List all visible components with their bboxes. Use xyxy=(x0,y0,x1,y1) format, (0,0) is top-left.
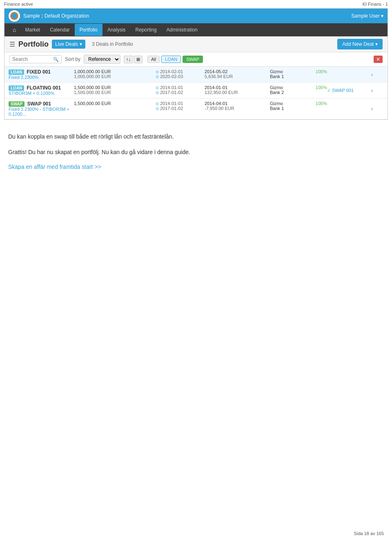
deal-amount-1: 1,500,000.00 EUR xyxy=(74,101,156,106)
portfolio-title: Portfolio xyxy=(18,40,49,49)
portfolio-icon: ☰ xyxy=(9,40,15,48)
deal-date-2: ⊙ 2017-01-02 xyxy=(156,90,205,95)
deal-rate: Fixed 2.2300% - STIBOR3M + 0.1200... xyxy=(9,107,74,117)
deal-dates: ⊙ 2014-02-01 ⊙ 2020-02-03 xyxy=(156,69,205,80)
maturity-date: 2014-01-01 xyxy=(205,85,270,90)
logo-inner xyxy=(10,12,18,20)
deal-percentage: 100% xyxy=(303,69,327,80)
deal-maturity: 2014-04-01 -7,950.00 EUR xyxy=(205,101,270,117)
home-nav-icon[interactable]: ⌂ xyxy=(9,23,20,36)
sort-label: Sort by xyxy=(65,56,80,62)
deal-amounts: 1,500,000.00 EUR xyxy=(74,101,156,117)
add-new-deal-button[interactable]: Add New Deal xyxy=(337,39,383,49)
app-wrapper: Sample | Default Organization Sample Use… xyxy=(4,8,388,120)
sort-asc-button[interactable]: ↑↓ xyxy=(124,56,133,63)
deal-type-tag: SWAP xyxy=(9,101,24,107)
deal-amount-1: 1,000,000.00 EUR xyxy=(74,69,156,74)
counterparty-2: Bank 1 xyxy=(270,74,303,79)
nav-item-market[interactable]: Market xyxy=(20,24,45,36)
live-deals-label: Live Deals xyxy=(55,41,78,47)
deal-type-tag: LOAN xyxy=(9,85,24,91)
deal-counterparty: Gizmo Bank 1 xyxy=(270,69,303,80)
deal-amount-1: 1,500,000.00 EUR xyxy=(74,85,156,90)
close-filter-button[interactable]: ✕ xyxy=(374,56,383,63)
counterparty-1: Gizmo xyxy=(270,101,303,106)
filter-loan-button[interactable]: LOAN xyxy=(161,56,181,63)
page-header-right: KI Finans - 1 xyxy=(363,2,388,7)
deal-dates: ⊙ 2014-01-01 ⊙ 2017-01-02 xyxy=(156,85,205,96)
maturity-date: 2014-05-02 xyxy=(205,69,270,74)
deal-row-inner: LOAN FIXED 001 Fixed 2.2300% 1,000,000.0… xyxy=(4,67,388,82)
portfolio-header: ☰ Portfolio Live Deals ▾ 3 Deals in Port… xyxy=(4,36,388,52)
content-area: Du kan koppla en swap till både ett rörl… xyxy=(0,120,392,182)
dropdown-arrow-icon: ▾ xyxy=(80,41,82,47)
nav-bar: ⌂ Market Calendar Portfolio Analysis Rep… xyxy=(4,23,388,36)
deal-swap-link xyxy=(327,69,368,80)
app-logo xyxy=(9,10,20,22)
table-row[interactable]: LOAN FIXED 001 Fixed 2.2300% 1,000,000.0… xyxy=(4,67,388,83)
deal-row-top: LOAN FIXED 001 xyxy=(9,69,74,75)
nav-item-portfolio[interactable]: Portfolio xyxy=(75,24,102,36)
sort-order-buttons: ↑↓ ⊞ xyxy=(124,56,143,63)
table-row[interactable]: LOAN FLOATING 001 STIBOR3M + 0.1200% 1,5… xyxy=(4,83,388,99)
calendar-icon-2: ⊙ xyxy=(156,106,159,111)
counterparty-2: Bank 1 xyxy=(270,106,303,111)
nav-item-calendar[interactable]: Calendar xyxy=(45,24,75,36)
deal-amounts: 1,000,000.00 EUR 1,000,000.00 EUR xyxy=(74,69,156,80)
user-menu[interactable]: Sample User xyxy=(351,13,383,19)
nav-item-reporting[interactable]: Reporting xyxy=(131,24,162,36)
content-paragraph-1: Du kan koppla en swap till både ett rörl… xyxy=(8,132,384,141)
deal-row-top: SWAP SWAP 001 xyxy=(9,101,74,107)
nav-item-administration[interactable]: Administration xyxy=(162,24,203,36)
counterparty-1: Gizmo xyxy=(270,85,303,90)
search-input[interactable] xyxy=(12,56,53,62)
swap-link-text[interactable]: SWAP 001 xyxy=(332,88,354,93)
deal-expand-arrow[interactable]: › xyxy=(368,101,376,117)
content-link[interactable]: Skapa en affär med framtida start >> xyxy=(8,164,101,170)
deal-main-col: LOAN FLOATING 001 STIBOR3M + 0.1200% xyxy=(9,85,74,96)
deal-date-2: ⊙ 2017-01-02 xyxy=(156,106,205,111)
table-row[interactable]: SWAP SWAP 001 Fixed 2.2300% - STIBOR3M +… xyxy=(4,99,388,119)
deal-date-1: ⊙ 2014-01-01 xyxy=(156,85,205,90)
breadcrumb-sep: | xyxy=(42,13,43,19)
deal-name: SWAP 001 xyxy=(27,101,51,107)
deal-maturity: 2014-01-01 132,950.00 EUR xyxy=(205,85,270,96)
deal-row-top: LOAN FLOATING 001 xyxy=(9,85,74,91)
search-icon: 🔍 xyxy=(53,57,59,62)
deal-row-inner: SWAP SWAP 001 Fixed 2.2300% - STIBOR3M +… xyxy=(4,99,388,119)
live-deals-dropdown[interactable]: Live Deals ▾ xyxy=(52,40,85,49)
deal-amount-2: 1,500,000.00 EUR xyxy=(74,90,156,95)
deal-expand-arrow[interactable]: › xyxy=(368,69,376,80)
deal-main-col: SWAP SWAP 001 Fixed 2.2300% - STIBOR3M +… xyxy=(9,101,74,117)
top-bar: Sample | Default Organization Sample Use… xyxy=(4,9,388,23)
search-box: 🔍 xyxy=(9,55,62,63)
filter-swap-button[interactable]: SWAP xyxy=(183,56,203,63)
deal-rate: STIBOR3M + 0.1200% xyxy=(9,91,74,96)
deal-name: FLOATING 001 xyxy=(27,85,61,91)
sort-grid-button[interactable]: ⊞ xyxy=(134,56,143,63)
portfolio-title-area: ☰ Portfolio Live Deals ▾ 3 Deals in Port… xyxy=(9,40,133,49)
toolbar: 🔍 Sort by Reference ↑↓ ⊞ All LOAN SWAP ✕ xyxy=(4,52,388,67)
deal-percentage: 100% xyxy=(303,101,327,117)
filter-all-button[interactable]: All xyxy=(147,56,160,63)
org-label: Default Organization xyxy=(45,13,89,19)
deal-maturity: 2014-05-02 5,636.94 EUR xyxy=(205,69,270,80)
swap-check-icon: ✓ xyxy=(327,88,331,93)
deals-count: 3 Deals in Portfolio xyxy=(92,41,133,47)
deal-swap-link xyxy=(327,101,368,117)
deal-counterparty: Gizmo Bank 2 xyxy=(270,85,303,96)
deal-swap-link[interactable]: ✓ SWAP 001 xyxy=(327,85,368,96)
deal-date-1: ⊙ 2014-02-01 xyxy=(156,69,205,74)
sort-select[interactable]: Reference xyxy=(84,55,120,64)
deals-table: LOAN FIXED 001 Fixed 2.2300% 1,000,000.0… xyxy=(4,67,388,119)
sample-label: Sample xyxy=(23,13,40,19)
deal-main-col: LOAN FIXED 001 Fixed 2.2300% xyxy=(9,69,74,80)
calendar-icon: ⊙ xyxy=(156,101,159,106)
calendar-icon: ⊙ xyxy=(156,85,159,90)
org-breadcrumb: Sample | Default Organization xyxy=(23,13,89,19)
page-header: Finance active KI Finans - 1 xyxy=(0,0,392,8)
calendar-icon-2: ⊙ xyxy=(156,74,159,79)
nav-item-analysis[interactable]: Analysis xyxy=(102,24,131,36)
deal-expand-arrow[interactable]: › xyxy=(368,85,376,96)
page-header-left: Finance active xyxy=(4,2,33,7)
